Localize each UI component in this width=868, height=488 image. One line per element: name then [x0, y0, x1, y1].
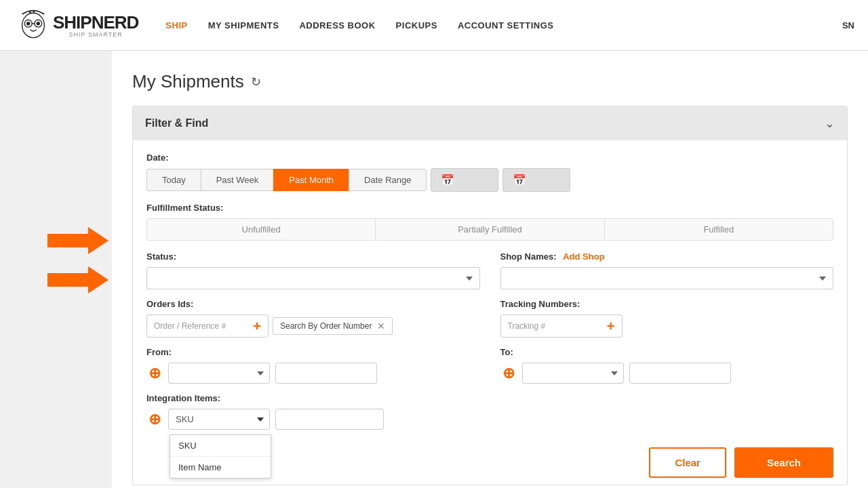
tracking-col: Tracking Numbers: Tracking # +: [500, 299, 834, 338]
filter-panel: Filter & Find ⌄ Date: Today Past Week Pa…: [132, 106, 848, 485]
calendar-icon: 📅: [441, 174, 454, 186]
to-select[interactable]: [522, 363, 624, 384]
date-filter-row: Date: Today Past Week Past Month Date Ra…: [146, 152, 833, 192]
nav-ship[interactable]: SHIP: [165, 20, 187, 30]
status-col: Status:: [146, 251, 480, 289]
order-input-row: Order / Reference # + Search By Order Nu…: [146, 314, 480, 338]
integration-label: Integration Items:: [146, 393, 833, 403]
from-select[interactable]: [168, 363, 270, 384]
from-to-section: From: ⊕ To: ⊕: [146, 347, 833, 384]
status-unfulfilled[interactable]: Unfulfilled: [147, 219, 376, 240]
date-pastmonth-btn[interactable]: Past Month: [273, 169, 349, 191]
to-col: To: ⊕: [500, 347, 834, 384]
search-button[interactable]: Search: [734, 447, 833, 478]
tracking-input-row: Tracking # +: [500, 314, 834, 338]
tracking-input-box[interactable]: Tracking # +: [500, 314, 623, 338]
arrow-orders: [47, 227, 108, 257]
status-shopnames-row: Status: Shop Names: Add Shop: [146, 251, 833, 289]
date-label: Date:: [146, 152, 833, 163]
from-col: From: ⊕: [146, 347, 480, 384]
status-partially-fulfilled[interactable]: Partially Fulfilled: [376, 219, 604, 240]
status-label: Status:: [146, 251, 480, 262]
header: SHIPNERD SHIP SMARTER SHIP MY SHIPMENTS …: [0, 0, 868, 51]
fulfillment-status-row: Unfulfilled Partially Fulfilled Fulfille…: [146, 218, 833, 241]
main-nav: SHIP MY SHIPMENTS ADDRESS BOOK PICKUPS A…: [165, 20, 842, 30]
status-select[interactable]: [146, 267, 480, 289]
date-buttons: Today Past Week Past Month Date Range 📅 …: [146, 168, 833, 192]
fulfillment-label: Fulfillment Status:: [146, 203, 833, 213]
status-select-wrapper: [146, 267, 480, 289]
status-fulfilled[interactable]: Fulfilled: [605, 219, 833, 240]
nav-pickups[interactable]: PICKUPS: [396, 20, 437, 30]
logo-nerd: NERD: [92, 12, 139, 33]
page-layout: My Shipments ↻ Filter & Find ⌄ Date: Tod…: [0, 51, 868, 488]
svg-marker-7: [47, 266, 108, 293]
date-cal-end[interactable]: 📅: [502, 168, 570, 192]
date-range-btn[interactable]: Date Range: [349, 169, 427, 191]
chevron-down-icon: ⌄: [825, 116, 835, 131]
logo-ship: SHIP: [53, 12, 92, 33]
add-from-btn[interactable]: ⊕: [146, 366, 163, 381]
shop-names-label: Shop Names: Add Shop: [500, 251, 834, 262]
filter-title: Filter & Find: [145, 117, 208, 129]
page-title: My Shipments ↻: [132, 71, 848, 92]
calendar-icon-2: 📅: [513, 174, 526, 186]
orders-label: Orders Ids:: [146, 299, 480, 309]
dd-item-name[interactable]: Item Name: [170, 457, 271, 478]
refresh-icon[interactable]: ↻: [251, 75, 261, 89]
integration-dropdown: SKU Item Name: [170, 434, 271, 479]
order-placeholder: Order / Reference #: [154, 321, 249, 331]
integration-text-input[interactable]: [275, 409, 384, 430]
date-pastweek-btn[interactable]: Past Week: [201, 169, 274, 191]
fulfillment-filter-row: Fulfillment Status: Unfulfilled Partiall…: [146, 203, 833, 241]
from-label: From:: [146, 347, 480, 357]
add-integration-btn[interactable]: ⊕: [146, 412, 163, 427]
remove-order-tag-btn[interactable]: ✕: [377, 321, 385, 331]
to-row: ⊕: [500, 363, 834, 384]
svg-point-4: [26, 22, 30, 25]
integration-filter-row: Integration Items: ⊕ SKU Item Name SKU I…: [146, 393, 833, 430]
filter-body: Date: Today Past Week Past Month Date Ra…: [133, 140, 847, 485]
filter-header[interactable]: Filter & Find ⌄: [133, 106, 847, 140]
logo-sub: SHIP SMARTER: [53, 32, 138, 38]
clear-button[interactable]: Clear: [649, 447, 726, 478]
svg-point-5: [37, 22, 40, 25]
integration-row: ⊕ SKU Item Name SKU Item Name: [146, 409, 833, 430]
orders-col: Orders Ids: Order / Reference # + Search…: [146, 299, 480, 338]
logo-icon: [16, 8, 50, 42]
tracking-placeholder: Tracking #: [508, 321, 603, 331]
user-avatar[interactable]: SN: [842, 20, 854, 30]
shop-select-wrapper: [500, 267, 834, 289]
add-order-btn[interactable]: +: [253, 319, 261, 333]
order-tag: Search By Order Number ✕: [273, 317, 393, 335]
from-row: ⊕: [146, 363, 480, 384]
shop-names-col: Shop Names: Add Shop: [500, 251, 834, 289]
nav-address-book[interactable]: ADDRESS BOOK: [299, 20, 375, 30]
nav-my-shipments[interactable]: MY SHIPMENTS: [208, 20, 279, 30]
shop-select[interactable]: [500, 267, 834, 289]
to-label: To:: [500, 347, 834, 357]
integration-select[interactable]: SKU Item Name: [168, 409, 270, 430]
from-text-input[interactable]: [275, 363, 377, 384]
to-text-input[interactable]: [629, 363, 731, 384]
dd-sku[interactable]: SKU: [170, 435, 271, 457]
add-to-btn[interactable]: ⊕: [500, 366, 517, 381]
date-cal-start[interactable]: 📅: [431, 168, 498, 192]
date-today-btn[interactable]: Today: [146, 169, 201, 191]
add-shop-link[interactable]: Add Shop: [563, 251, 604, 262]
orders-tracking-row: Orders Ids: Order / Reference # + Search…: [146, 299, 833, 338]
order-input-box[interactable]: Order / Reference # +: [146, 314, 269, 338]
main-content: My Shipments ↻ Filter & Find ⌄ Date: Tod…: [112, 51, 868, 488]
nav-account-settings[interactable]: ACCOUNT SETTINGS: [458, 20, 554, 30]
arrow-from: [47, 266, 108, 296]
logo: SHIPNERD SHIP SMARTER: [14, 8, 138, 42]
add-tracking-btn[interactable]: +: [607, 319, 615, 333]
svg-marker-6: [47, 227, 108, 254]
tracking-label: Tracking Numbers:: [500, 299, 834, 309]
